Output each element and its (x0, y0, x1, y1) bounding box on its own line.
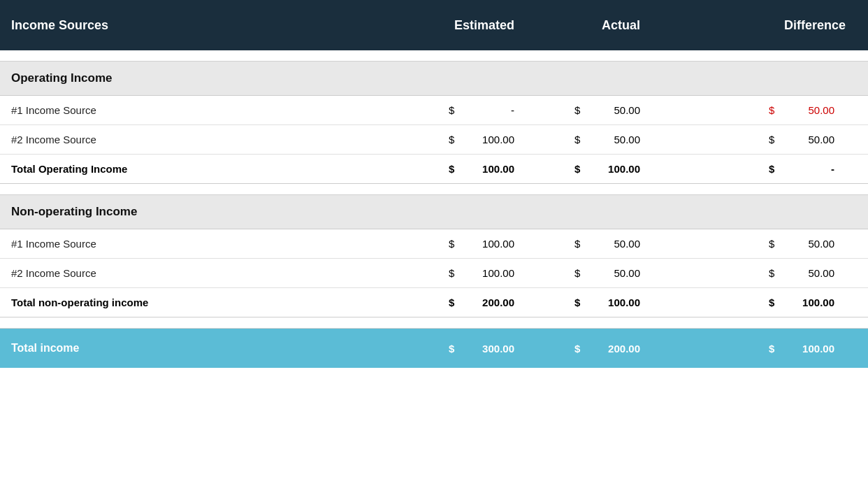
row-source: #2 Income Source (11, 267, 375, 279)
dollar-sign: $ (769, 104, 780, 116)
row-source: #1 Income Source (11, 238, 375, 250)
row-source: #2 Income Source (11, 134, 375, 145)
dollar-sign: $ (769, 343, 780, 355)
difference-amount: 50.00 (786, 104, 834, 116)
row-difference: $ 50.00 (640, 267, 857, 279)
difference-amount: 50.00 (786, 267, 834, 279)
dollar-sign: $ (574, 297, 586, 308)
dollar-sign: $ (449, 163, 460, 175)
table-header: Income Sources Estimated Actual Differen… (0, 0, 868, 50)
dollar-sign: $ (449, 104, 460, 116)
dollar-sign: $ (769, 267, 780, 279)
footer-difference: $ 100.00 (640, 343, 857, 355)
row-source: #1 Income Source (11, 104, 375, 116)
dollar-sign: $ (449, 343, 460, 355)
actual-amount: 50.00 (591, 267, 640, 279)
spacer-bottom (0, 317, 868, 329)
row-difference: $ 50.00 (640, 134, 857, 145)
table-row: #1 Income Source $ - $ 50.00 $ 50.00 (0, 96, 868, 125)
table-row: #2 Income Source $ 100.00 $ 50.00 $ 50.0… (0, 259, 868, 288)
row-actual: $ 50.00 (514, 238, 640, 250)
total-label: Total Operating Income (11, 163, 375, 175)
dollar-sign: $ (769, 297, 780, 308)
estimated-amount: 100.00 (465, 267, 514, 279)
total-income-footer: Total income $ 300.00 $ 200.00 $ 100.00 (0, 329, 868, 368)
table-row: #1 Income Source $ 100.00 $ 50.00 $ 50.0… (0, 229, 868, 259)
header-actual: Actual (514, 18, 640, 33)
dollar-sign: $ (449, 297, 460, 308)
total-label: Total non-operating income (11, 297, 375, 308)
row-actual: $ 50.00 (514, 134, 640, 145)
spacer-top (0, 50, 868, 62)
row-estimated: $ - (375, 104, 514, 116)
total-difference-amount: - (786, 163, 834, 175)
row-actual: $ 50.00 (514, 267, 640, 279)
total-income-label: Total income (11, 342, 375, 355)
total-estimated: $ 200.00 (375, 297, 514, 308)
footer-estimated-amount: 300.00 (465, 343, 514, 355)
total-actual: $ 100.00 (514, 163, 640, 175)
difference-amount: 50.00 (786, 134, 834, 145)
total-actual: $ 100.00 (514, 297, 640, 308)
spacer-middle (0, 184, 868, 195)
dollar-sign: $ (574, 267, 586, 279)
row-actual: $ 50.00 (514, 104, 640, 116)
total-non-operating-income-row: Total non-operating income $ 200.00 $ 10… (0, 288, 868, 317)
estimated-amount: 100.00 (465, 134, 514, 145)
footer-difference-amount: 100.00 (786, 343, 834, 355)
actual-amount: 50.00 (591, 104, 640, 116)
footer-actual: $ 200.00 (514, 343, 640, 355)
total-actual-amount: 100.00 (591, 297, 640, 308)
dollar-sign: $ (769, 163, 780, 175)
row-estimated: $ 100.00 (375, 267, 514, 279)
header-difference: Difference (640, 18, 857, 33)
total-estimated: $ 100.00 (375, 163, 514, 175)
estimated-amount: 100.00 (465, 238, 514, 250)
footer-estimated: $ 300.00 (375, 343, 514, 355)
difference-amount: 50.00 (786, 238, 834, 250)
dollar-sign: $ (769, 238, 780, 250)
total-difference: $ 100.00 (640, 297, 857, 308)
total-estimated-amount: 200.00 (465, 297, 514, 308)
actual-amount: 50.00 (591, 134, 640, 145)
dollar-sign: $ (449, 238, 460, 250)
dollar-sign: $ (574, 163, 586, 175)
non-operating-income-header: Non-operating Income (0, 195, 868, 229)
income-table: Income Sources Estimated Actual Differen… (0, 0, 868, 368)
dollar-sign: $ (574, 238, 586, 250)
table-row: #2 Income Source $ 100.00 $ 50.00 $ 50.0… (0, 125, 868, 155)
row-difference: $ 50.00 (640, 104, 857, 116)
dollar-sign: $ (449, 134, 460, 145)
total-difference: $ - (640, 163, 857, 175)
total-estimated-amount: 100.00 (465, 163, 514, 175)
estimated-amount: - (465, 104, 514, 116)
dollar-sign: $ (574, 134, 586, 145)
actual-amount: 50.00 (591, 238, 640, 250)
header-income-sources: Income Sources (11, 18, 375, 33)
total-actual-amount: 100.00 (591, 163, 640, 175)
total-operating-income-row: Total Operating Income $ 100.00 $ 100.00… (0, 155, 868, 184)
dollar-sign: $ (769, 134, 780, 145)
dollar-sign: $ (574, 343, 586, 355)
dollar-sign: $ (574, 104, 586, 116)
row-difference: $ 50.00 (640, 238, 857, 250)
row-estimated: $ 100.00 (375, 134, 514, 145)
dollar-sign: $ (449, 267, 460, 279)
row-estimated: $ 100.00 (375, 238, 514, 250)
header-estimated: Estimated (375, 18, 514, 33)
total-difference-amount: 100.00 (786, 297, 834, 308)
operating-income-header: Operating Income (0, 62, 868, 96)
footer-actual-amount: 200.00 (591, 343, 640, 355)
